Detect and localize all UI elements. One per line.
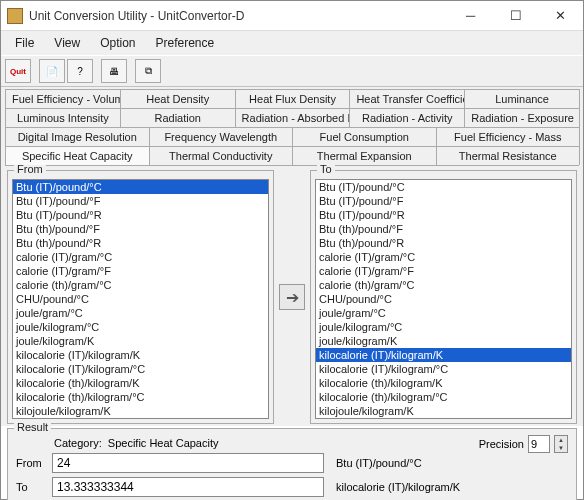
list-item[interactable]: joule/kilogram/°C bbox=[316, 320, 571, 334]
spin-up-icon: ▲ bbox=[555, 436, 567, 444]
app-window: Unit Conversion Utility - UnitConvertor-… bbox=[0, 0, 584, 500]
titlebar: Unit Conversion Utility - UnitConvertor-… bbox=[1, 1, 583, 31]
spin-down-icon: ▼ bbox=[555, 444, 567, 452]
list-item[interactable]: Btu (th)/pound/°F bbox=[316, 222, 571, 236]
tab-digital-image-resolution[interactable]: Digital Image Resolution bbox=[5, 127, 150, 146]
tab-heat-density[interactable]: Heat Density bbox=[120, 89, 236, 108]
list-item[interactable]: kilocalorie (th)/kilogram/°C bbox=[316, 390, 571, 404]
list-item[interactable]: kilocalorie (th)/kilogram/K bbox=[13, 376, 268, 390]
tab-heat-transfer-coefficient[interactable]: Heat Transfer Coefficient bbox=[349, 89, 465, 108]
tab-luminance[interactable]: Luminance bbox=[464, 89, 580, 108]
category-label: Category: bbox=[54, 437, 102, 449]
list-item[interactable]: CHU/pound/°C bbox=[13, 292, 268, 306]
conversion-lists: From Btu (IT)/pound/°CBtu (IT)/pound/°FB… bbox=[1, 166, 583, 426]
list-item[interactable]: Btu (IT)/pound/°F bbox=[13, 194, 268, 208]
menu-file[interactable]: File bbox=[5, 33, 44, 53]
to-field-label: To bbox=[16, 481, 46, 493]
menu-option[interactable]: Option bbox=[90, 33, 145, 53]
print-icon: 🖶 bbox=[109, 66, 119, 77]
tab-thermal-resistance[interactable]: Thermal Resistance bbox=[436, 146, 581, 165]
list-item[interactable]: kilocalorie (IT)/kilogram/°C bbox=[316, 362, 571, 376]
quit-button[interactable]: Quit bbox=[5, 59, 31, 83]
from-listbox[interactable]: Btu (IT)/pound/°CBtu (IT)/pound/°FBtu (I… bbox=[12, 179, 269, 419]
tab-fuel-efficiency-mass[interactable]: Fuel Efficiency - Mass bbox=[436, 127, 581, 146]
toolbar: Quit 📄 ? 🖶 ⧉ bbox=[1, 55, 583, 87]
list-item[interactable]: calorie (th)/gram/°C bbox=[316, 278, 571, 292]
category-tabs: Fuel Efficiency - VolumeHeat DensityHeat… bbox=[1, 87, 583, 166]
to-label: To bbox=[317, 163, 335, 175]
menubar: File View Option Preference bbox=[1, 31, 583, 55]
list-item[interactable]: Btu (IT)/pound/°C bbox=[13, 180, 268, 194]
arrow-right-icon: ➔ bbox=[286, 288, 299, 307]
menu-view[interactable]: View bbox=[44, 33, 90, 53]
tab-radiation-activity[interactable]: Radiation - Activity bbox=[349, 108, 465, 127]
list-item[interactable]: Btu (th)/pound/°F bbox=[13, 222, 268, 236]
list-item[interactable]: calorie (IT)/gram/°F bbox=[316, 264, 571, 278]
list-item[interactable]: Btu (IT)/pound/°R bbox=[13, 208, 268, 222]
to-unit-text: kilocalorie (IT)/kilogram/K bbox=[336, 481, 460, 493]
list-item[interactable]: kilocalorie (IT)/kilogram/°C bbox=[13, 362, 268, 376]
list-item[interactable]: calorie (IT)/gram/°C bbox=[13, 250, 268, 264]
tab-radiation[interactable]: Radiation bbox=[120, 108, 236, 127]
convert-arrow-button[interactable]: ➔ bbox=[279, 284, 305, 310]
from-field-label: From bbox=[16, 457, 46, 469]
list-item[interactable]: calorie (th)/gram/°C bbox=[13, 278, 268, 292]
tab-radiation-exposure[interactable]: Radiation - Exposure bbox=[464, 108, 580, 127]
list-item[interactable]: kilocalorie (IT)/kilogram/K bbox=[316, 348, 571, 362]
list-item[interactable]: Btu (IT)/pound/°R bbox=[316, 208, 571, 222]
list-item[interactable]: kilocalorie (th)/kilogram/K bbox=[316, 376, 571, 390]
list-item[interactable]: kilocalorie (th)/kilogram/°C bbox=[13, 390, 268, 404]
tab-heat-flux-density[interactable]: Heat Flux Density bbox=[235, 89, 351, 108]
app-icon bbox=[7, 8, 23, 24]
list-item[interactable]: kilojoule/kilogram/K bbox=[13, 404, 268, 418]
copy-icon: ⧉ bbox=[145, 65, 152, 77]
precision-label: Precision bbox=[479, 438, 524, 450]
menu-preference[interactable]: Preference bbox=[146, 33, 225, 53]
maximize-button[interactable]: ☐ bbox=[493, 1, 538, 30]
list-item[interactable]: joule/kilogram/°C bbox=[13, 320, 268, 334]
to-group: To Btu (IT)/pound/°CBtu (IT)/pound/°FBtu… bbox=[310, 170, 577, 424]
list-item[interactable]: Btu (th)/pound/°R bbox=[13, 236, 268, 250]
result-label: Result bbox=[14, 421, 51, 433]
list-item[interactable]: joule/gram/°C bbox=[13, 306, 268, 320]
tab-luminous-intensity[interactable]: Luminous Intensity bbox=[5, 108, 121, 127]
category-value: Specific Heat Capacity bbox=[108, 437, 219, 449]
help-icon: ? bbox=[77, 66, 83, 77]
arrow-column: ➔ bbox=[278, 170, 306, 424]
minimize-button[interactable]: ─ bbox=[448, 1, 493, 30]
list-item[interactable]: CHU/pound/°C bbox=[316, 292, 571, 306]
list-item[interactable]: calorie (IT)/gram/°F bbox=[13, 264, 268, 278]
precision-spinner[interactable]: ▲▼ bbox=[554, 435, 568, 453]
help-button[interactable]: ? bbox=[67, 59, 93, 83]
to-listbox[interactable]: Btu (IT)/pound/°CBtu (IT)/pound/°FBtu (I… bbox=[315, 179, 572, 419]
tab-fuel-consumption[interactable]: Fuel Consumption bbox=[292, 127, 437, 146]
tab-thermal-conductivity[interactable]: Thermal Conductivity bbox=[149, 146, 294, 165]
from-unit-text: Btu (IT)/pound/°C bbox=[336, 457, 422, 469]
list-item[interactable]: joule/gram/°C bbox=[316, 306, 571, 320]
close-button[interactable]: ✕ bbox=[538, 1, 583, 30]
copy-button[interactable]: ⧉ bbox=[135, 59, 161, 83]
to-value-input[interactable] bbox=[52, 477, 324, 497]
tab-specific-heat-capacity[interactable]: Specific Heat Capacity bbox=[5, 146, 150, 165]
document-icon: 📄 bbox=[46, 66, 58, 77]
precision-input[interactable] bbox=[528, 435, 550, 453]
list-item[interactable]: joule/kilogram/K bbox=[316, 334, 571, 348]
tab-frequency-wavelength[interactable]: Frequency Wavelength bbox=[149, 127, 294, 146]
result-group: Result Category: Specific Heat Capacity … bbox=[7, 428, 577, 500]
list-item[interactable]: Btu (IT)/pound/°C bbox=[316, 180, 571, 194]
list-item[interactable]: joule/kilogram/K bbox=[13, 334, 268, 348]
print-button[interactable]: 🖶 bbox=[101, 59, 127, 83]
list-item[interactable]: calorie (IT)/gram/°C bbox=[316, 250, 571, 264]
list-item[interactable]: kilocalorie (IT)/kilogram/K bbox=[13, 348, 268, 362]
from-group: From Btu (IT)/pound/°CBtu (IT)/pound/°FB… bbox=[7, 170, 274, 424]
from-value-input[interactable] bbox=[52, 453, 324, 473]
list-item[interactable]: Btu (th)/pound/°R bbox=[316, 236, 571, 250]
window-title: Unit Conversion Utility - UnitConvertor-… bbox=[29, 9, 448, 23]
tab-radiation-absorbed-dose[interactable]: Radiation - Absorbed Dose bbox=[235, 108, 351, 127]
list-item[interactable]: Btu (IT)/pound/°F bbox=[316, 194, 571, 208]
tab-thermal-expansion[interactable]: Thermal Expansion bbox=[292, 146, 437, 165]
list-item[interactable]: kilojoule/kilogram/K bbox=[316, 404, 571, 418]
toolbar-btn-2[interactable]: 📄 bbox=[39, 59, 65, 83]
tab-fuel-efficiency-volume[interactable]: Fuel Efficiency - Volume bbox=[5, 89, 121, 108]
